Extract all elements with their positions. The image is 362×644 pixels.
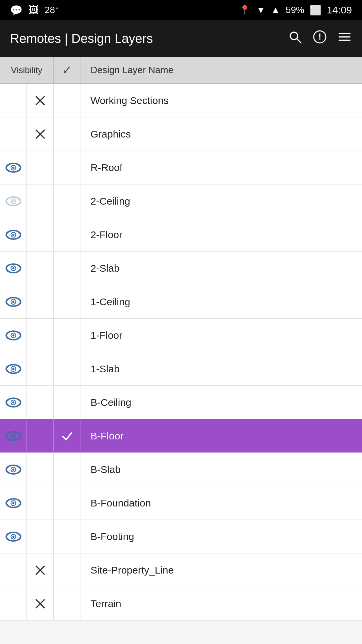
layer-name: R-Roof	[90, 162, 122, 173]
eye-cell[interactable]	[0, 117, 27, 151]
layer-name-cell[interactable]: Graphics	[80, 117, 362, 151]
layer-name: 1-Ceiling	[90, 296, 130, 308]
check-cell[interactable]	[54, 117, 80, 151]
cross-cell[interactable]	[27, 453, 54, 486]
check-cell[interactable]	[54, 319, 80, 352]
check-cell[interactable]	[54, 453, 80, 486]
temperature: 28°	[45, 5, 59, 15]
cross-cell[interactable]	[27, 184, 54, 218]
layer-name-cell[interactable]: 2-Ceiling	[80, 184, 362, 218]
check-cell[interactable]	[54, 285, 80, 318]
layer-name-cell[interactable]: B-Foundation	[80, 486, 362, 520]
cross-cell[interactable]	[27, 319, 54, 352]
cross-cell[interactable]	[27, 486, 54, 520]
layer-name-cell[interactable]: 2-Slab	[80, 252, 362, 285]
table-row[interactable]: 2-Ceiling	[0, 184, 362, 218]
check-cell[interactable]	[54, 252, 80, 285]
photos-icon: 🖼	[28, 4, 39, 16]
app-bar: Remotes | Design Layers !	[0, 20, 362, 57]
cross-cell[interactable]	[27, 386, 54, 419]
table-row[interactable]: Terrain	[0, 587, 362, 621]
eye-cell[interactable]	[0, 151, 27, 184]
layer-name: 2-Ceiling	[90, 196, 130, 207]
layer-name-cell[interactable]: 2-Floor	[80, 218, 362, 251]
layer-name: B-Footing	[90, 531, 134, 542]
table-row[interactable]: 1-Ceiling	[0, 285, 362, 319]
cross-cell[interactable]	[27, 553, 54, 587]
table-row[interactable]: 2-Floor	[0, 218, 362, 252]
location-icon: 📍	[239, 5, 251, 16]
eye-cell[interactable]	[0, 84, 27, 117]
eye-cell[interactable]	[0, 252, 27, 285]
layer-name-cell[interactable]: Working Sections	[80, 84, 362, 117]
check-cell[interactable]	[54, 84, 80, 117]
cross-cell[interactable]	[27, 218, 54, 251]
layer-name-cell[interactable]: R-Roof	[80, 151, 362, 184]
cross-cell[interactable]	[27, 151, 54, 184]
check-cell[interactable]	[54, 587, 80, 620]
eye-cell[interactable]	[0, 285, 27, 318]
layer-name-cell[interactable]: Site-Property_Line	[80, 553, 362, 587]
layer-name: Site-Property_Line	[90, 565, 174, 576]
eye-cell[interactable]	[0, 520, 27, 553]
layer-name-cell[interactable]: B-Ceiling	[80, 386, 362, 419]
table-row[interactable]: B-Foundation	[0, 486, 362, 520]
table-row[interactable]: 1-Slab	[0, 352, 362, 386]
layer-name-cell[interactable]: B-Footing	[80, 520, 362, 553]
eye-cell[interactable]	[0, 419, 27, 452]
eye-cell[interactable]	[0, 453, 27, 486]
svg-point-31	[12, 368, 14, 370]
table-body: Working Sections Graphics	[0, 84, 362, 621]
table-row[interactable]: Working Sections	[0, 84, 362, 117]
svg-point-22	[12, 267, 14, 269]
layer-name-cell[interactable]: Terrain	[80, 587, 362, 620]
eye-cell[interactable]	[0, 184, 27, 218]
layer-name: Working Sections	[90, 95, 169, 106]
table-row[interactable]: Site-Property_Line	[0, 553, 362, 587]
cross-cell[interactable]	[27, 117, 54, 151]
svg-point-34	[12, 401, 14, 403]
cross-cell[interactable]	[27, 252, 54, 285]
check-cell[interactable]	[54, 151, 80, 184]
layer-name-cell[interactable]: 1-Floor	[80, 319, 362, 352]
check-cell[interactable]	[54, 553, 80, 587]
check-cell[interactable]	[54, 486, 80, 520]
table-row[interactable]: B-Footing	[0, 520, 362, 553]
eye-cell[interactable]	[0, 386, 27, 419]
eye-cell[interactable]	[0, 486, 27, 520]
eye-cell[interactable]	[0, 553, 27, 587]
cross-cell[interactable]	[27, 419, 54, 452]
table-row[interactable]: B-Slab	[0, 453, 362, 486]
table-row[interactable]: 1-Floor	[0, 319, 362, 352]
table-row[interactable]: R-Roof	[0, 151, 362, 184]
layer-name-cell[interactable]: B-Slab	[80, 453, 362, 486]
table-row[interactable]: Graphics	[0, 117, 362, 151]
eye-cell[interactable]	[0, 319, 27, 352]
table-row[interactable]: 2-Slab	[0, 252, 362, 285]
check-cell[interactable]	[54, 218, 80, 251]
cross-cell[interactable]	[27, 520, 54, 553]
cross-cell[interactable]	[27, 352, 54, 385]
layer-name-cell[interactable]: 1-Ceiling	[80, 285, 362, 318]
check-cell[interactable]	[54, 352, 80, 385]
check-cell[interactable]	[54, 419, 80, 452]
svg-point-40	[12, 468, 14, 470]
menu-icon[interactable]	[337, 30, 352, 48]
layer-name-cell[interactable]: B-Floor	[80, 419, 362, 452]
cross-cell[interactable]	[27, 84, 54, 117]
cross-cell[interactable]	[27, 587, 54, 620]
table-row[interactable]: B-Ceiling	[0, 386, 362, 419]
status-bar-right: 📍 ▼ ▲ 59% ⬜ 14:09	[239, 4, 352, 16]
eye-cell[interactable]	[0, 352, 27, 385]
check-cell[interactable]	[54, 386, 80, 419]
table-row[interactable]: B-Floor	[0, 419, 362, 453]
notification-icon[interactable]: !	[312, 30, 327, 48]
cross-cell[interactable]	[27, 285, 54, 318]
eye-cell[interactable]	[0, 218, 27, 251]
check-cell[interactable]	[54, 520, 80, 553]
check-cell[interactable]	[54, 184, 80, 218]
layer-name-cell[interactable]: 1-Slab	[80, 352, 362, 385]
signal-icon: ▲	[271, 5, 280, 15]
search-icon[interactable]	[288, 30, 302, 48]
eye-cell[interactable]	[0, 587, 27, 620]
